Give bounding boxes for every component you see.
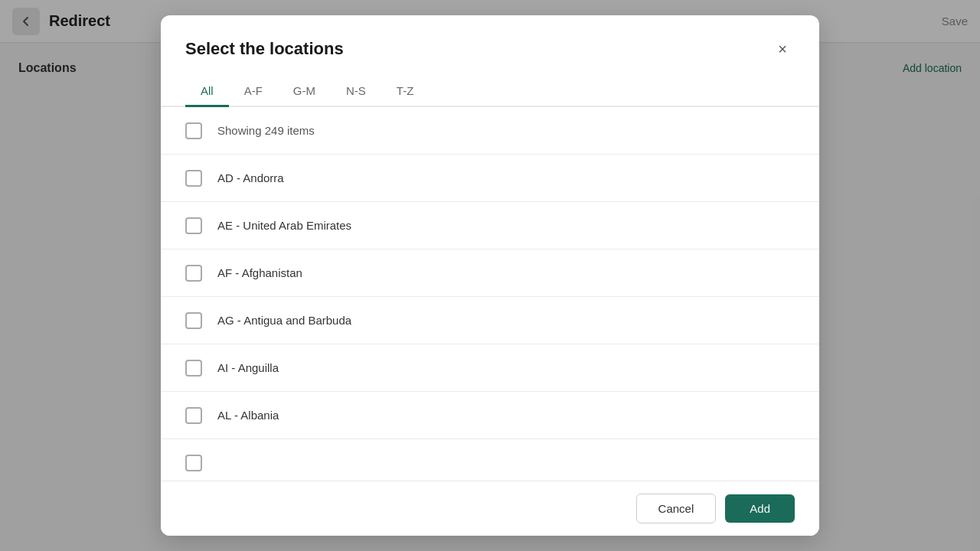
modal-footer: Cancel Add	[161, 481, 819, 536]
checkbox-ag[interactable]	[185, 312, 202, 329]
checkbox-ai[interactable]	[185, 360, 202, 377]
add-button[interactable]: Add	[725, 494, 795, 523]
list-item-am[interactable]	[161, 439, 819, 481]
item-label-ae: AE - United Arab Emirates	[217, 219, 351, 232]
item-label-ai: AI - Anguilla	[217, 361, 279, 374]
list-count-label: Showing 249 items	[217, 124, 315, 137]
checkbox-ae[interactable]	[185, 217, 202, 234]
tab-all[interactable]: All	[185, 77, 229, 107]
modal-close-button[interactable]: ×	[770, 37, 795, 61]
item-label-af: AF - Afghanistan	[217, 266, 302, 279]
list-item-al[interactable]: AL - Albania	[161, 392, 819, 439]
list-item-ae[interactable]: AE - United Arab Emirates	[161, 202, 819, 249]
item-label-ag: AG - Antigua and Barbuda	[217, 314, 351, 327]
tab-a-f[interactable]: A-F	[229, 77, 278, 107]
location-select-modal: Select the locations × All A-F G-M N-S T…	[161, 15, 819, 536]
list-item-ai[interactable]: AI - Anguilla	[161, 344, 819, 392]
location-list[interactable]: Showing 249 items AD - Andorra AE - Unit…	[161, 107, 819, 481]
checkbox-ad[interactable]	[185, 170, 202, 187]
list-item-ag[interactable]: AG - Antigua and Barbuda	[161, 297, 819, 344]
list-item-af[interactable]: AF - Afghanistan	[161, 249, 819, 297]
item-label-al: AL - Albania	[217, 409, 279, 422]
checkbox-am[interactable]	[185, 455, 202, 471]
list-item-ad[interactable]: AD - Andorra	[161, 155, 819, 202]
modal-header: Select the locations ×	[161, 15, 819, 77]
modal-title: Select the locations	[185, 39, 344, 59]
location-tabs: All A-F G-M N-S T-Z	[161, 77, 819, 107]
modal-overlay: Select the locations × All A-F G-M N-S T…	[0, 0, 980, 551]
item-label-ad: AD - Andorra	[217, 171, 284, 184]
list-item-select-all[interactable]: Showing 249 items	[161, 107, 819, 155]
tab-t-z[interactable]: T-Z	[381, 77, 430, 107]
checkbox-af[interactable]	[185, 265, 202, 282]
cancel-button[interactable]: Cancel	[636, 494, 717, 523]
tab-g-m[interactable]: G-M	[278, 77, 331, 107]
checkbox-select-all[interactable]	[185, 122, 202, 139]
checkbox-al[interactable]	[185, 407, 202, 424]
tab-n-s[interactable]: N-S	[331, 77, 381, 107]
